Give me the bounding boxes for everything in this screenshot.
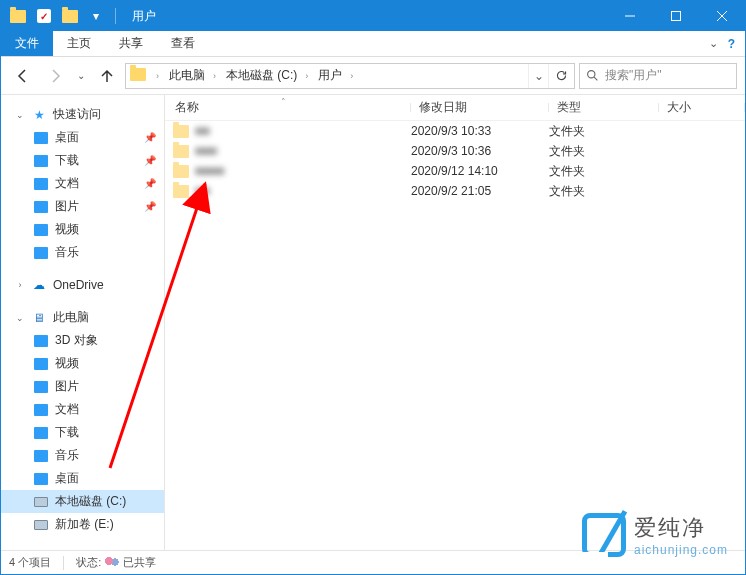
minimize-button[interactable] <box>607 1 653 31</box>
shared-icon <box>105 557 119 569</box>
table-row[interactable]: ■■ 2020/9/3 10:33 文件夹 <box>165 121 745 141</box>
back-button[interactable] <box>9 62 37 90</box>
folder-icon <box>173 145 189 158</box>
sidebar-this-pc[interactable]: ⌄ 🖥 此电脑 <box>1 306 164 329</box>
pictures-icon <box>33 199 49 215</box>
separator <box>115 8 116 24</box>
onedrive-icon: ☁ <box>31 277 47 293</box>
ribbon-tab-view[interactable]: 查看 <box>157 31 209 56</box>
sidebar-item-new-volume-e[interactable]: 新加卷 (E:) <box>1 513 164 536</box>
svg-point-1 <box>588 71 595 78</box>
sidebar-item-videos[interactable]: 视频 <box>1 218 164 241</box>
sidebar-item-desktop[interactable]: 桌面📌 <box>1 126 164 149</box>
file-type: 文件夹 <box>549 143 659 160</box>
address-history-dropdown[interactable]: ⌄ <box>528 64 548 88</box>
sidebar-item-downloads[interactable]: 下载📌 <box>1 149 164 172</box>
table-row[interactable]: ■■■ 2020/9/3 10:36 文件夹 <box>165 141 745 161</box>
sidebar-item-documents[interactable]: 文档 <box>1 398 164 421</box>
quick-access-toolbar: ✓ ▾ <box>1 5 120 27</box>
file-name: ■■ <box>195 124 210 138</box>
navigation-pane[interactable]: ⌄ ★ 快速访问 桌面📌 下载📌 文档📌 图片📌 视频 音乐 › ☁ OneDr… <box>1 95 165 550</box>
navigation-bar: ⌄ › 此电脑 › 本地磁盘 (C:) › 用户 › ⌄ 搜索"用户" <box>1 57 745 95</box>
sidebar-item-3d-objects[interactable]: 3D 对象 <box>1 329 164 352</box>
folder-icon <box>173 125 189 138</box>
sidebar-label: 此电脑 <box>53 309 89 326</box>
forward-button[interactable] <box>41 62 69 90</box>
column-header-type[interactable]: 类型 <box>549 99 659 116</box>
status-bar: 4 个项目 状态: 已共享 <box>1 550 745 574</box>
music-icon <box>33 245 49 261</box>
sidebar-label: OneDrive <box>53 278 104 292</box>
search-placeholder: 搜索"用户" <box>605 67 662 84</box>
sidebar-item-local-disk-c[interactable]: 本地磁盘 (C:) <box>1 490 164 513</box>
column-header-name[interactable]: 名称 ˄ <box>165 99 411 116</box>
sidebar-item-documents[interactable]: 文档📌 <box>1 172 164 195</box>
pin-icon: 📌 <box>144 155 156 166</box>
breadcrumb-segment[interactable]: 此电脑 <box>163 64 209 88</box>
close-button[interactable] <box>699 1 745 31</box>
folder-icon[interactable] <box>59 5 81 27</box>
downloads-icon <box>33 153 49 169</box>
properties-checkbox-icon[interactable]: ✓ <box>33 5 55 27</box>
refresh-button[interactable] <box>548 64 574 88</box>
ribbon-tab-share[interactable]: 共享 <box>105 31 157 56</box>
chevron-right-icon[interactable]: › <box>15 280 25 290</box>
music-icon <box>33 448 49 464</box>
sidebar-item-music[interactable]: 音乐 <box>1 241 164 264</box>
table-row[interactable]: ■■ 2020/9/2 21:05 文件夹 <box>165 181 745 201</box>
table-row[interactable]: ■■■■ 2020/9/12 14:10 文件夹 <box>165 161 745 181</box>
pin-icon: 📌 <box>144 201 156 212</box>
desktop-icon <box>33 471 49 487</box>
chevron-right-icon[interactable]: › <box>301 71 312 81</box>
ribbon-file-tab[interactable]: 文件 <box>1 31 53 56</box>
column-header-size[interactable]: 大小 <box>659 99 745 116</box>
pin-icon: 📌 <box>144 132 156 143</box>
file-date: 2020/9/2 21:05 <box>411 184 549 198</box>
file-list-view: 名称 ˄ 修改日期 类型 大小 ■■ 2020/9/3 10:33 文件夹 ■■… <box>165 95 745 550</box>
chevron-right-icon[interactable]: › <box>346 71 357 81</box>
folder-icon[interactable] <box>7 5 29 27</box>
file-name: ■■■■ <box>195 164 224 178</box>
desktop-icon <box>33 130 49 146</box>
recent-locations-button[interactable]: ⌄ <box>73 62 89 90</box>
sidebar-onedrive[interactable]: › ☁ OneDrive <box>1 274 164 296</box>
expand-ribbon-icon[interactable]: ⌄ <box>709 37 718 50</box>
pc-icon: 🖥 <box>31 310 47 326</box>
file-name: ■■■ <box>195 144 217 158</box>
documents-icon <box>33 402 49 418</box>
drive-icon <box>33 494 49 510</box>
breadcrumb-segment[interactable]: 用户 <box>312 64 346 88</box>
search-box[interactable]: 搜索"用户" <box>579 63 737 89</box>
chevron-down-icon[interactable]: ⌄ <box>15 313 25 323</box>
column-headers: 名称 ˄ 修改日期 类型 大小 <box>165 95 745 121</box>
file-date: 2020/9/3 10:33 <box>411 124 549 138</box>
chevron-down-icon[interactable]: ⌄ <box>15 110 25 120</box>
pin-icon: 📌 <box>144 178 156 189</box>
sidebar-item-downloads[interactable]: 下载 <box>1 421 164 444</box>
sidebar-item-desktop[interactable]: 桌面 <box>1 467 164 490</box>
sidebar-item-music[interactable]: 音乐 <box>1 444 164 467</box>
downloads-icon <box>33 425 49 441</box>
file-rows[interactable]: ■■ 2020/9/3 10:33 文件夹 ■■■ 2020/9/3 10:36… <box>165 121 745 550</box>
qat-customize-icon[interactable]: ▾ <box>85 5 107 27</box>
sidebar-item-pictures[interactable]: 图片 <box>1 375 164 398</box>
sidebar-item-videos[interactable]: 视频 <box>1 352 164 375</box>
ribbon-tab-home[interactable]: 主页 <box>53 31 105 56</box>
search-icon <box>586 69 599 82</box>
videos-icon <box>33 356 49 372</box>
address-bar[interactable]: › 此电脑 › 本地磁盘 (C:) › 用户 › ⌄ <box>125 63 575 89</box>
maximize-button[interactable] <box>653 1 699 31</box>
file-type: 文件夹 <box>549 183 659 200</box>
sidebar-item-pictures[interactable]: 图片📌 <box>1 195 164 218</box>
help-icon[interactable]: ? <box>728 37 735 51</box>
titlebar: ✓ ▾ 用户 <box>1 1 745 31</box>
chevron-right-icon[interactable]: › <box>152 71 163 81</box>
up-button[interactable] <box>93 62 121 90</box>
drive-icon <box>33 517 49 533</box>
breadcrumb-segment[interactable]: 本地磁盘 (C:) <box>220 64 301 88</box>
chevron-right-icon[interactable]: › <box>209 71 220 81</box>
column-header-date[interactable]: 修改日期 <box>411 99 549 116</box>
sidebar-quick-access[interactable]: ⌄ ★ 快速访问 <box>1 103 164 126</box>
status-item-count: 4 个项目 <box>9 555 51 570</box>
pictures-icon <box>33 379 49 395</box>
